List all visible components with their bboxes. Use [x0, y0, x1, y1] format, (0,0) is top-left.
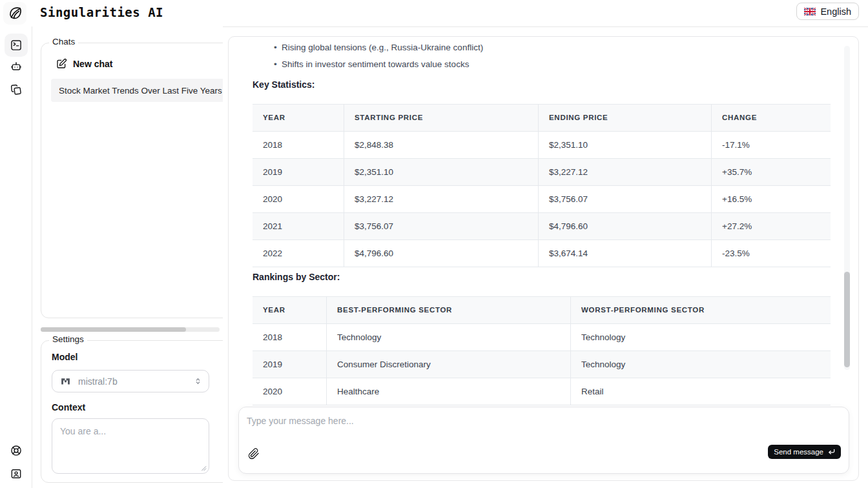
table-header-cell: Worst-Performing Sector — [570, 297, 831, 323]
table-cell: 2018 — [253, 132, 344, 158]
bullet-list: Rising global tensions (e.g., Russia-Ukr… — [274, 39, 483, 73]
chat-list-item[interactable]: Stock Market Trends Over Last Five Years — [51, 79, 223, 102]
sector-rankings-table: YearBest-Performing SectorWorst-Performi… — [253, 296, 831, 405]
table-row: 2022$4,796.60$3,674.14-23.5% — [253, 240, 831, 267]
settings-panel: Settings Model mistral:7b Context — [41, 340, 223, 483]
table-cell: $2,351.10 — [344, 159, 538, 185]
table-cell: Technology — [570, 324, 831, 351]
table-cell: $2,351.10 — [538, 132, 711, 158]
table-row: 2018$2,848.38$2,351.10-17.1% — [253, 132, 831, 159]
table-cell: $3,227.12 — [538, 159, 711, 185]
message-composer: Send message — [238, 407, 849, 474]
lifebuoy-icon — [10, 444, 23, 457]
rail-item-robot[interactable] — [5, 55, 28, 78]
table-body: 2018$2,848.38$2,351.10-17.1%2019$2,351.1… — [253, 132, 831, 267]
table-cell: 2020 — [253, 186, 344, 212]
context-textarea-wrap — [52, 418, 209, 474]
language-label: English — [820, 6, 851, 17]
rail-item-terminal[interactable] — [5, 34, 28, 57]
icon-rail — [0, 26, 32, 488]
model-select[interactable]: mistral:7b — [52, 370, 209, 392]
table-row: 2021$3,756.07$4,796.60+27.2% — [253, 213, 831, 240]
table-header-row: YearBest-Performing SectorWorst-Performi… — [253, 297, 831, 324]
table-cell: -23.5% — [711, 240, 831, 267]
language-button[interactable]: English — [796, 3, 859, 20]
chats-panel: Chats New chat Stock Market Trends Over … — [41, 43, 223, 318]
table-header-cell: Starting Price — [344, 105, 538, 131]
table-cell: -17.1% — [711, 132, 831, 158]
contact-card-icon — [10, 467, 23, 480]
table-cell: Technology — [326, 324, 570, 351]
context-label: Context — [52, 402, 85, 412]
chat-panel: Rising global tensions (e.g., Russia-Ukr… — [228, 36, 859, 481]
mistral-m-icon — [60, 376, 71, 387]
table-cell: 2019 — [253, 351, 326, 378]
bullet-item: Rising global tensions (e.g., Russia-Ukr… — [274, 39, 483, 56]
message-input[interactable] — [239, 407, 849, 443]
robot-icon — [10, 60, 23, 73]
edit-pencil-square-icon — [56, 58, 67, 70]
section-heading-key-statistics: Key Statistics: — [253, 79, 315, 90]
table-body: 2018TechnologyTechnology2019Consumer Dis… — [253, 324, 831, 405]
attach-file-button[interactable] — [248, 448, 260, 460]
table-cell: $4,796.60 — [344, 240, 538, 267]
table-cell: +16.5% — [711, 186, 831, 212]
paperclip-icon — [248, 448, 260, 460]
sidebar-horizontal-scrollbar[interactable] — [41, 327, 220, 332]
table-header-row: YearStarting PriceEnding PriceChange — [253, 105, 831, 132]
table-cell: Technology — [570, 351, 831, 378]
new-chat-button[interactable]: New chat — [56, 56, 112, 72]
key-statistics-table: YearStarting PriceEnding PriceChange2018… — [253, 104, 831, 267]
terminal-icon — [10, 39, 23, 52]
table-cell: $3,674.14 — [538, 240, 711, 267]
table-header-cell: Year — [253, 105, 344, 131]
table-cell: 2022 — [253, 240, 344, 267]
table-cell: $4,796.60 — [538, 213, 711, 239]
table-cell: 2019 — [253, 159, 344, 185]
table-header-cell: Year — [253, 297, 326, 323]
table-cell: +27.2% — [711, 213, 831, 239]
send-message-label: Send message — [774, 448, 823, 456]
settings-panel-legend: Settings — [49, 334, 87, 344]
chat-vertical-scrollbar-thumb[interactable] — [844, 272, 850, 367]
rail-item-copy[interactable] — [5, 78, 28, 101]
rail-item-account[interactable] — [5, 462, 28, 485]
bullet-item: Shifts in investor sentiment towards val… — [274, 56, 483, 73]
uk-flag-icon — [804, 8, 816, 15]
model-select-value: mistral:7b — [78, 376, 187, 387]
model-label: Model — [52, 352, 78, 362]
rail-item-help[interactable] — [5, 439, 28, 462]
sidebar: Chats New chat Stock Market Trends Over … — [32, 26, 223, 488]
table-cell: 2021 — [253, 213, 344, 239]
table-cell: $3,756.07 — [538, 186, 711, 212]
table-row: 2020$3,227.12$3,756.07+16.5% — [253, 186, 831, 213]
up-down-chevron-icon — [194, 377, 202, 385]
new-chat-label: New chat — [73, 59, 112, 69]
table-cell: $2,848.38 — [344, 132, 538, 158]
chat-vertical-scrollbar[interactable] — [844, 46, 850, 370]
leaf-logo-icon — [7, 5, 23, 21]
table-cell: $3,227.12 — [344, 186, 538, 212]
table-header-cell: Best-Performing Sector — [326, 297, 570, 323]
chats-panel-legend: Chats — [49, 37, 78, 46]
table-row: 2019$2,351.10$3,227.12+35.7% — [253, 159, 831, 186]
table-header-cell: Ending Price — [538, 105, 711, 131]
table-cell: Retail — [570, 378, 831, 405]
table-cell: 2018 — [253, 324, 326, 351]
table-cell: +35.7% — [711, 159, 831, 185]
send-message-button[interactable]: Send message — [768, 445, 841, 459]
table-cell: 2020 — [253, 378, 326, 405]
app-logo — [3, 2, 26, 25]
table-cell: Consumer Discretionary — [326, 351, 570, 378]
page-title: Singularities AI — [40, 5, 163, 19]
table-row: 2019Consumer DiscretionaryTechnology — [253, 351, 831, 378]
table-cell: $3,756.07 — [344, 213, 538, 239]
context-textarea[interactable] — [52, 419, 209, 473]
table-row: 2020HealthcareRetail — [253, 378, 831, 405]
resize-handle-icon[interactable] — [201, 465, 207, 471]
sidebar-horizontal-scrollbar-thumb[interactable] — [41, 327, 186, 332]
section-heading-rankings: Rankings by Sector: — [253, 272, 340, 282]
copy-icon — [10, 83, 23, 96]
table-header-cell: Change — [711, 105, 831, 131]
return-arrow-icon — [828, 449, 835, 456]
